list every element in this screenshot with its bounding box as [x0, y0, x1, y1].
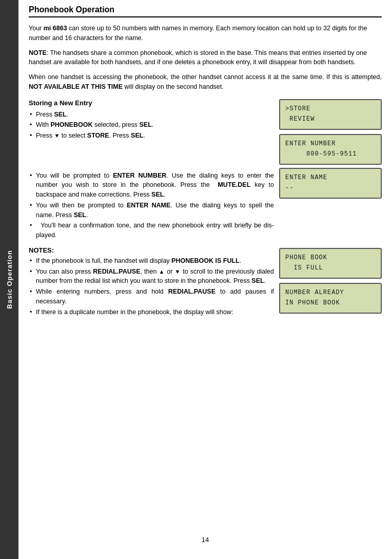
note-redial-pause: You can also press REDIAL.PAUSE, then ▲ …	[29, 267, 274, 286]
lcd-enter-number-line2: 800-595-9511	[285, 149, 376, 159]
two-column-layout: Storing a New Entry Press SEL. With PHON…	[29, 99, 382, 165]
notes-section: NOTES: If the phonebook is full, the han…	[29, 246, 274, 317]
bottom-left-column: You will be prompted to ENTER NUMBER. Us…	[29, 168, 274, 322]
intro-paragraph: Your mi 6863 can store up to 50 numbers …	[29, 24, 382, 43]
bullet-confirmation: You'll hear a confirmation tone, and the…	[29, 221, 274, 240]
bullet-enter-name: You will then be prompted to ENTER NAME.…	[29, 201, 274, 220]
note-phonebook-full: If the phonebook is full, the handset wi…	[29, 256, 274, 266]
lcd-enter-name-line2: --	[285, 183, 376, 193]
left-column: Storing a New Entry Press SEL. With PHON…	[29, 99, 274, 165]
side-tab-label: Basic Operation	[6, 250, 13, 309]
bullet-press-sel: Press SEL.	[29, 110, 274, 120]
bullet-phonebook-sel: With PHONEBOOK selected, press SEL.	[29, 120, 274, 130]
lcd-store-review-line1: >STORE	[285, 104, 376, 114]
lcd-enter-name: ENTER NAME --	[279, 168, 382, 199]
lcd-phone-book-full-line1: PHONE BOOK	[285, 253, 376, 263]
bullet-enter-number: You will be prompted to ENTER NUMBER. Us…	[29, 171, 274, 200]
model-number: mi 6863	[44, 25, 67, 32]
lcd-number-already-line2: IN PHONE BOOK	[285, 298, 376, 308]
bottom-section: You will be prompted to ENTER NUMBER. Us…	[29, 168, 382, 322]
lcd-store-review-line2: REVIEW	[285, 114, 376, 124]
page-number: 14	[29, 526, 382, 544]
note-paragraph: NOTE: The handsets share a common phoneb…	[29, 48, 382, 68]
note-add-pauses: While entering numbers, press and hold R…	[29, 287, 274, 306]
lcd-enter-number: ENTER NUMBER 800-595-9511	[279, 134, 382, 165]
note-duplicate-number: If there is a duplicate number in the ph…	[29, 307, 274, 317]
lcd-number-already: NUMBER ALREADY IN PHONE BOOK	[279, 283, 382, 314]
lcd-phone-book-full-line2: IS FULL	[285, 263, 376, 273]
right-column-top: >STORE REVIEW ENTER NUMBER 800-595-9511	[279, 99, 382, 165]
lcd-enter-number-line1: ENTER NUMBER	[285, 139, 376, 149]
page-title: Phonebook Operation	[29, 5, 382, 17]
note-label: NOTE	[29, 49, 47, 56]
notes-heading: NOTES:	[29, 246, 274, 254]
lcd-enter-name-line1: ENTER NAME	[285, 173, 376, 183]
page: Basic Operation Phonebook Operation Your…	[0, 0, 392, 559]
storing-bullets-1: Press SEL. With PHONEBOOK selected, pres…	[29, 110, 274, 141]
lcd-store-review: >STORE REVIEW	[279, 99, 382, 130]
warning-paragraph: When one handset is accessing the phoneb…	[29, 72, 382, 92]
lcd-number-already-line1: NUMBER ALREADY	[285, 288, 376, 298]
bullet-store-sel: Press ▼ to select STORE. Press SEL.	[29, 131, 274, 141]
lcd-phone-book-full: PHONE BOOK IS FULL	[279, 248, 382, 279]
warning-bold: NOT AVAILABLE AT THIS TIME	[29, 83, 123, 90]
notes-bullets: If the phonebook is full, the handset wi…	[29, 256, 274, 317]
side-tab: Basic Operation	[0, 0, 18, 559]
storing-bullets-2: You will be prompted to ENTER NUMBER. Us…	[29, 171, 274, 240]
right-column-bottom: ENTER NAME -- PHONE BOOK IS FULL NUMBER …	[279, 168, 382, 322]
storing-heading: Storing a New Entry	[29, 99, 274, 107]
main-content: Phonebook Operation Your mi 6863 can sto…	[18, 0, 392, 559]
